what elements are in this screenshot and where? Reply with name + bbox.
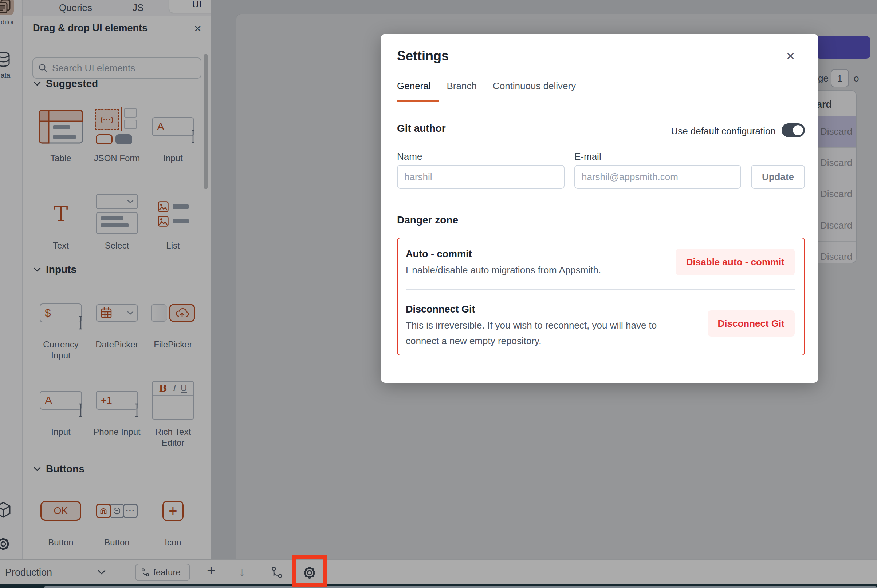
disconnect-git-description: This is irreversible. If you wish to rec…: [406, 318, 686, 349]
git-author-heading: Git author: [397, 123, 446, 134]
name-field[interactable]: [397, 165, 564, 189]
tab-branch[interactable]: Branch: [447, 80, 477, 92]
modal-tabs: General Branch Continuous delivery: [397, 80, 576, 92]
disconnect-git-title: Disconnect Git: [406, 304, 475, 315]
modal-title: Settings: [397, 48, 449, 64]
tab-continuous-delivery[interactable]: Continuous delivery: [493, 80, 576, 92]
auto-commit-title: Auto - commit: [406, 249, 472, 260]
update-button[interactable]: Update: [751, 165, 805, 189]
toggle-knob: [792, 124, 804, 136]
divider: [396, 102, 805, 102]
auto-commit-description: Enable/disable auto migrations from Apps…: [406, 262, 601, 278]
email-field[interactable]: [575, 165, 741, 189]
danger-zone-heading: Danger zone: [397, 214, 458, 226]
tab-general[interactable]: General: [397, 80, 431, 92]
divider: [406, 289, 795, 290]
use-default-config-toggle[interactable]: [782, 123, 805, 137]
git-settings-modal: Settings ✕ General Branch Continuous del…: [381, 34, 818, 383]
use-default-config-label: Use default configuration: [671, 126, 776, 137]
disable-auto-commit-button[interactable]: Disable auto - commit: [676, 249, 795, 276]
annotation-highlight-box: [292, 555, 327, 587]
email-label: E-mail: [575, 151, 601, 162]
app-screen: ditor ata Queries JS UI Drag & drop UI: [0, 0, 877, 588]
danger-zone-box: Auto - commit Enable/disable auto migrat…: [397, 238, 805, 356]
close-icon[interactable]: ✕: [786, 50, 795, 63]
name-label: Name: [397, 151, 422, 162]
disconnect-git-button[interactable]: Disconnect Git: [708, 310, 795, 337]
